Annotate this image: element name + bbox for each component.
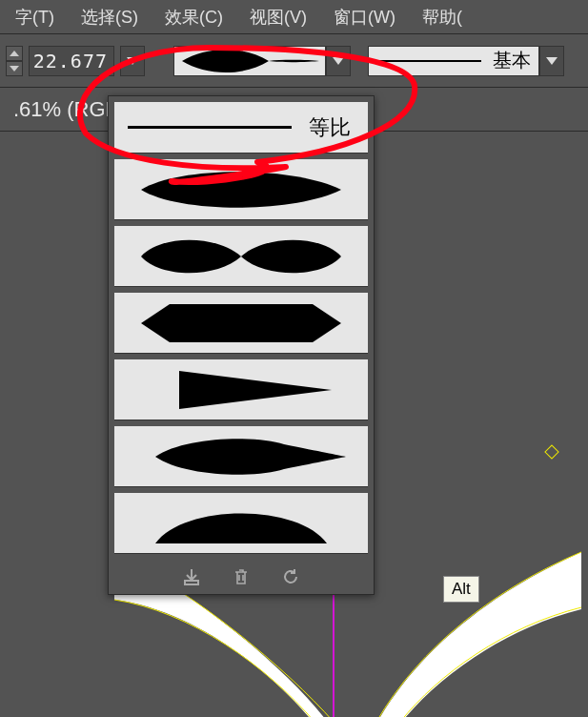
profile-option-uniform[interactable]: 等比 — [114, 102, 368, 154]
profile-shape-5 — [132, 433, 351, 481]
brush-basic-label: 基本 — [493, 48, 531, 73]
profile-option-6[interactable] — [114, 493, 368, 554]
profile-option-2[interactable] — [114, 226, 368, 287]
brush-basic-line — [376, 60, 481, 62]
brush-dropdown-arrow[interactable] — [539, 46, 564, 76]
width-profile-dropdown: 等比 — [108, 95, 375, 595]
trash-icon[interactable] — [229, 564, 253, 589]
menu-item-help[interactable]: 帮助( — [411, 2, 474, 32]
profile-shape-2 — [132, 233, 351, 280]
width-profile-dropdown-arrow[interactable] — [326, 46, 351, 76]
value-input[interactable]: 22.677 — [29, 46, 114, 76]
stepper-down-icon[interactable] — [6, 61, 23, 76]
profile-uniform-shape — [128, 126, 292, 129]
svg-rect-1 — [545, 445, 558, 459]
width-profile-swatch[interactable] — [173, 46, 326, 76]
profile-uniform-label: 等比 — [309, 113, 351, 142]
profile-shape-4 — [132, 366, 351, 414]
value-stepper[interactable] — [6, 46, 23, 76]
profile-option-5[interactable] — [114, 426, 368, 487]
save-profile-icon[interactable] — [179, 564, 204, 589]
profile-option-1[interactable] — [114, 159, 368, 220]
value-dropdown-arrow[interactable] — [120, 46, 145, 76]
menu-item-window[interactable]: 窗口(W) — [322, 2, 407, 32]
stepper-up-icon[interactable] — [6, 46, 23, 61]
profile-option-3[interactable] — [114, 293, 368, 354]
menu-bar: 字(T) 选择(S) 效果(C) 视图(V) 窗口(W) 帮助( — [0, 0, 588, 34]
profile-shape-3 — [132, 299, 351, 347]
brush-select[interactable]: 基本 — [368, 46, 564, 76]
menu-item-select[interactable]: 选择(S) — [70, 2, 150, 32]
menu-item-view[interactable]: 视图(V) — [238, 2, 318, 32]
control-bar: 22.677 基本 — [0, 34, 588, 88]
profile-option-4[interactable] — [114, 359, 368, 420]
alt-key-tooltip: Alt — [443, 576, 479, 603]
width-profile-select[interactable] — [173, 46, 351, 76]
reset-icon[interactable] — [278, 564, 303, 589]
profile-shape-1 — [132, 166, 351, 214]
menu-item-text[interactable]: 字(T) — [4, 2, 66, 32]
brush-swatch-basic[interactable]: 基本 — [368, 46, 539, 76]
menu-item-effect[interactable]: 效果(C) — [153, 2, 234, 32]
profile-shape-6 — [132, 500, 351, 547]
dropdown-footer — [109, 560, 374, 594]
